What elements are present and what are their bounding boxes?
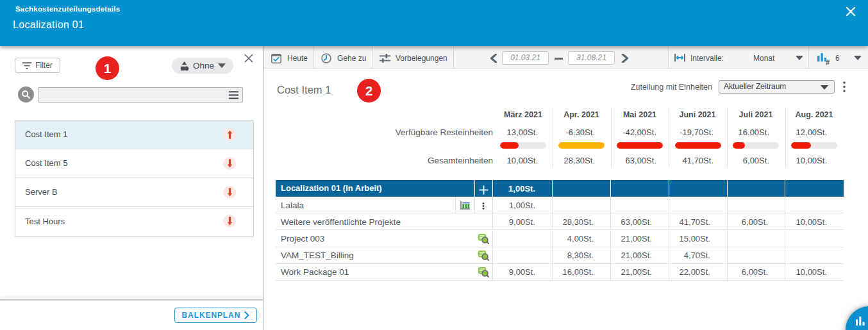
- svg-text:#: #: [826, 58, 830, 65]
